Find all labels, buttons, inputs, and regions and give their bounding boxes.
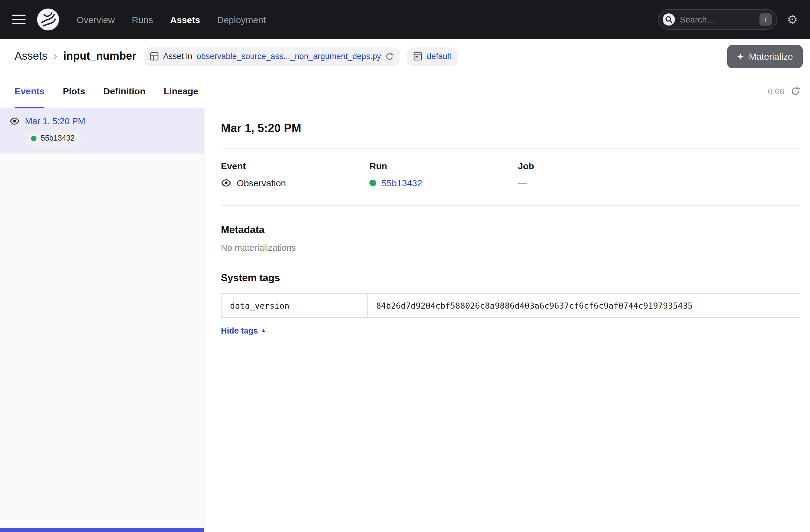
run-column-label: Run: [369, 161, 518, 171]
event-detail-title: Mar 1, 5:20 PM: [221, 122, 800, 135]
nav-item-deployment[interactable]: Deployment: [217, 14, 266, 25]
event-type-value: Observation: [237, 178, 286, 188]
run-id-link[interactable]: 55b13432: [382, 178, 422, 188]
refresh-area: 0:06: [768, 74, 800, 108]
event-summary-columns: Event Observation Run: [221, 161, 800, 188]
nav-item-overview[interactable]: Overview: [77, 14, 115, 25]
asset-file-link[interactable]: observable_source_ass..._non_argument_de…: [197, 52, 381, 61]
tab-definition[interactable]: Definition: [103, 74, 145, 108]
hide-tags-link[interactable]: Hide tags ▲: [221, 326, 265, 335]
caret-up-icon: ▲: [262, 327, 265, 333]
event-list-item[interactable]: Mar 1, 5:20 PM 55b13432: [0, 108, 204, 154]
tag-value-cell: 84b26d7d9204cbf588026c8a9886d403a6c9637c…: [367, 294, 800, 318]
run-badge-label: 55b13432: [41, 134, 75, 142]
reload-icon[interactable]: [386, 52, 394, 61]
events-sidebar: Mar 1, 5:20 PM 55b13432: [0, 108, 205, 532]
refresh-countdown: 0:06: [768, 86, 785, 96]
code-location-chip[interactable]: default: [407, 47, 458, 65]
event-timestamp-link[interactable]: Mar 1, 5:20 PM: [25, 116, 85, 126]
materialize-button[interactable]: ✦ Materialize: [727, 45, 803, 68]
menu-icon[interactable]: [12, 13, 27, 26]
tabs: Events Plots Definition Lineage: [15, 74, 198, 108]
materialize-button-label: Materialize: [749, 51, 793, 62]
gear-icon[interactable]: ⚙: [787, 13, 798, 26]
tag-key-cell: data_version: [221, 294, 367, 318]
table-row: data_version 84b26d7d9204cbf588026c8a988…: [221, 294, 800, 318]
sidebar-bottom-bar: [0, 528, 204, 532]
dagster-app: Overview Runs Assets Deployment / ⚙ Asse…: [0, 0, 810, 532]
eye-icon: [10, 116, 19, 126]
breadcrumb-row: Assets › input_number Asset in observabl…: [0, 39, 810, 74]
breadcrumb-assets-link[interactable]: Assets: [15, 50, 47, 63]
chevron-right-icon: ›: [53, 50, 57, 63]
sparkle-icon: ✦: [737, 52, 744, 61]
event-column: Event Observation: [221, 161, 369, 188]
code-location-link[interactable]: default: [427, 52, 452, 61]
search-shortcut-key: /: [760, 13, 772, 26]
eye-icon: [221, 178, 231, 188]
event-column-label: Event: [221, 161, 369, 171]
tab-lineage[interactable]: Lineage: [164, 74, 198, 108]
search-box[interactable]: /: [658, 9, 777, 30]
run-column: Run 55b13432: [369, 161, 518, 188]
nav-item-runs[interactable]: Runs: [132, 14, 153, 25]
hide-tags-label: Hide tags: [221, 326, 258, 335]
repo-icon: [414, 52, 423, 61]
content-area: Mar 1, 5:20 PM 55b13432 Mar 1, 5:20 PM E…: [0, 108, 810, 532]
primary-nav: Overview Runs Assets Deployment: [77, 14, 266, 25]
breadcrumb: Assets › input_number: [15, 50, 136, 63]
system-tags-table: data_version 84b26d7d9204cbf588026c8a988…: [221, 293, 800, 318]
tabs-row: Events Plots Definition Lineage 0:06: [0, 74, 810, 108]
run-status-dot: [369, 180, 376, 186]
run-status-dot: [31, 135, 36, 141]
search-input[interactable]: [680, 15, 755, 25]
job-value: —: [518, 178, 800, 188]
top-nav: Overview Runs Assets Deployment / ⚙: [0, 0, 810, 39]
search-icon: [662, 13, 676, 26]
job-column-label: Job: [518, 161, 800, 171]
asset-definition-chip: Asset in observable_source_ass..._non_ar…: [144, 47, 400, 65]
metadata-empty-text: No materializations: [221, 243, 800, 253]
asset-chip-prefix: Asset in: [163, 52, 192, 61]
table-icon: [150, 52, 159, 61]
dagster-logo[interactable]: [36, 8, 60, 31]
tab-events[interactable]: Events: [15, 74, 45, 108]
job-column: Job —: [518, 161, 800, 188]
run-badge[interactable]: 55b13432: [25, 131, 81, 145]
divider: [221, 205, 800, 206]
metadata-heading: Metadata: [221, 224, 800, 236]
system-tags-heading: System tags: [221, 272, 800, 284]
page-title: input_number: [63, 50, 136, 63]
event-detail: Mar 1, 5:20 PM Event Observation: [205, 108, 810, 532]
nav-item-assets[interactable]: Assets: [170, 14, 200, 25]
tab-plots[interactable]: Plots: [63, 74, 85, 108]
divider: [221, 148, 800, 148]
refresh-icon[interactable]: [791, 86, 800, 96]
